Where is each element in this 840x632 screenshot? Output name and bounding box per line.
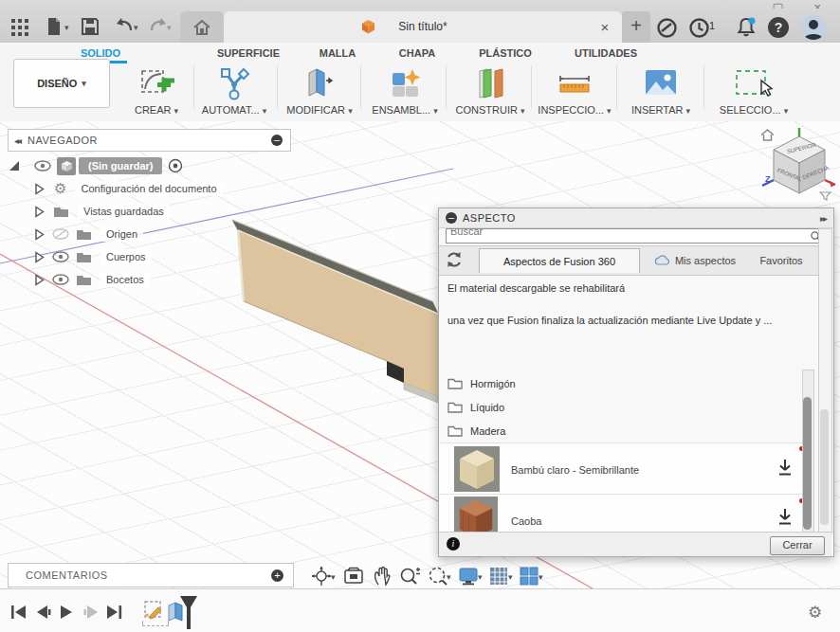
tree-root-row[interactable]: (Sin guardar) bbox=[8, 155, 183, 176]
download-icon[interactable] bbox=[776, 459, 794, 478]
viewports-caret[interactable]: ▾ bbox=[539, 572, 543, 582]
save-icon[interactable] bbox=[80, 16, 102, 39]
navigator-minimize-icon[interactable]: – bbox=[271, 135, 283, 146]
visibility-eye-icon[interactable] bbox=[34, 160, 51, 172]
close-dialog-button[interactable]: Cerrar bbox=[770, 536, 825, 555]
home-tab[interactable] bbox=[180, 11, 224, 43]
visibility-off-eye-icon[interactable] bbox=[52, 228, 69, 240]
group-automatizar[interactable]: AUTOMAT... ▾ bbox=[194, 63, 274, 116]
folder-row-madera[interactable]: Madera bbox=[447, 419, 505, 442]
group-modificar[interactable]: MODIFICAR ▾ bbox=[280, 63, 359, 116]
group-construir[interactable]: CONSTRUIR ▾ bbox=[450, 63, 530, 116]
list-scrollbar-thumb[interactable] bbox=[803, 397, 812, 530]
tree-item-sketches[interactable]: Bocetos bbox=[34, 269, 150, 290]
tab-fusion-aspects[interactable]: Aspectos de Fusion 360 bbox=[479, 248, 640, 273]
tab-plastico[interactable]: PLÁSTICO bbox=[476, 47, 535, 59]
viewports-icon[interactable] bbox=[519, 566, 539, 587]
aspect-minimize-icon[interactable]: – bbox=[446, 212, 457, 224]
undo-caret[interactable]: ▾ bbox=[134, 23, 138, 32]
tree-label[interactable]: Vistas guardadas bbox=[78, 204, 170, 219]
expander-icon[interactable] bbox=[34, 251, 45, 263]
tab-malla[interactable]: MALLA bbox=[313, 47, 362, 59]
navigator-header[interactable]: ◂◂ NAVEGADOR – bbox=[8, 129, 291, 152]
activate-target-icon[interactable] bbox=[168, 158, 183, 173]
visibility-eye-icon[interactable] bbox=[52, 251, 69, 262]
group-insertar[interactable]: INSERTAR ▾ bbox=[621, 63, 701, 116]
folder-row-hormigon[interactable]: Hormigón bbox=[447, 371, 516, 395]
close-tab-icon[interactable]: × bbox=[595, 18, 614, 37]
tab-favorites[interactable]: Favoritos bbox=[752, 248, 811, 272]
timeline-sketch-feature-icon[interactable] bbox=[143, 600, 166, 623]
zoom-tool-icon[interactable] bbox=[398, 566, 419, 587]
collapse-navigator-icon[interactable]: ◂◂ bbox=[14, 135, 20, 146]
tab-my-aspects[interactable]: Mis aspectos bbox=[642, 248, 748, 272]
group-ensamblar[interactable]: ENSAMBL... ▾ bbox=[365, 63, 445, 116]
tab-solido[interactable]: SOLIDO bbox=[72, 47, 129, 59]
panel-scrollbar-thumb[interactable] bbox=[820, 409, 829, 525]
viewport-3d[interactable]: ◂◂ NAVEGADOR – (Sin guardar) ⚙ Configura… bbox=[0, 121, 840, 588]
tree-item-doc-settings[interactable]: ⚙ Configuración del documento bbox=[34, 178, 223, 199]
fit-view-tool-icon[interactable] bbox=[427, 566, 447, 587]
app-grid-icon[interactable] bbox=[9, 16, 32, 39]
fit-caret[interactable]: ▾ bbox=[447, 572, 451, 582]
display-settings-icon[interactable] bbox=[458, 566, 479, 587]
panel-scrollbar-track[interactable] bbox=[818, 228, 832, 533]
tab-chapa[interactable]: CHAPA bbox=[393, 47, 442, 59]
play-icon[interactable] bbox=[59, 605, 74, 620]
aspect-header[interactable]: – ASPECTO ▸▸ bbox=[439, 208, 833, 228]
window-controls[interactable]: ▢ × bbox=[773, 0, 835, 9]
root-expander-icon[interactable] bbox=[8, 159, 21, 172]
group-seleccionar[interactable]: SELECCIO... ▾ bbox=[714, 63, 794, 116]
file-menu-caret[interactable]: ▾ bbox=[64, 23, 69, 32]
document-tab[interactable]: Sin título* × bbox=[224, 11, 622, 43]
orbit-tool-icon[interactable] bbox=[311, 566, 332, 587]
timeline-playhead[interactable] bbox=[178, 594, 199, 630]
go-to-start-icon[interactable] bbox=[9, 605, 27, 620]
new-tab-button[interactable]: + bbox=[622, 11, 650, 43]
tree-item-saved-views[interactable]: Vistas guardadas bbox=[34, 201, 170, 222]
step-forward-icon[interactable] bbox=[83, 605, 99, 620]
list-scrollbar-track[interactable] bbox=[802, 370, 814, 533]
grid-caret[interactable]: ▾ bbox=[508, 572, 513, 582]
redo-caret[interactable]: ▾ bbox=[167, 23, 172, 32]
orbit-caret[interactable]: ▾ bbox=[331, 572, 336, 582]
pan-tool-icon[interactable] bbox=[372, 566, 393, 587]
step-back-icon[interactable] bbox=[36, 605, 51, 620]
group-crear[interactable]: CREAR ▾ bbox=[117, 63, 196, 116]
expander-icon[interactable] bbox=[34, 206, 45, 218]
group-inspeccionar[interactable]: INSPECCIO... ▾ bbox=[535, 63, 614, 116]
help-icon[interactable]: ? bbox=[768, 17, 789, 38]
go-to-end-icon[interactable] bbox=[106, 605, 123, 620]
expander-icon[interactable] bbox=[34, 183, 45, 195]
display-caret[interactable]: ▾ bbox=[478, 572, 483, 582]
add-comment-icon[interactable]: + bbox=[271, 569, 283, 582]
look-at-tool-icon[interactable] bbox=[343, 566, 364, 587]
comments-bar[interactable]: COMENTARIOS + bbox=[8, 563, 294, 587]
search-input[interactable]: Buscar bbox=[446, 228, 827, 244]
tree-label[interactable]: Configuración del documento bbox=[75, 181, 222, 196]
aspect-dock-icon[interactable]: ▸▸ bbox=[820, 213, 826, 224]
expander-icon[interactable] bbox=[34, 274, 45, 286]
notifications-bell-icon[interactable] bbox=[735, 16, 758, 39]
viewcube-options-icon[interactable] bbox=[819, 191, 831, 201]
material-row-bamboo[interactable]: Bambú claro - Semibrillante bbox=[439, 442, 814, 495]
refresh-icon[interactable] bbox=[445, 250, 469, 271]
tab-superficie[interactable]: SUPERFICIE bbox=[210, 47, 286, 59]
viewcube-home-icon[interactable] bbox=[760, 129, 775, 141]
timeline-settings-gear-icon[interactable]: ⚙ bbox=[808, 603, 822, 623]
info-icon[interactable]: i bbox=[447, 537, 460, 551]
tree-label[interactable]: Cuerpos bbox=[100, 249, 152, 264]
extensions-icon[interactable] bbox=[656, 17, 679, 40]
grid-snap-icon[interactable] bbox=[488, 566, 509, 587]
tree-label[interactable]: Origen bbox=[100, 226, 143, 242]
folder-row-liquido[interactable]: Líquido bbox=[447, 395, 504, 419]
root-document-label[interactable]: (Sin guardar) bbox=[79, 157, 162, 174]
tree-label[interactable]: Bocetos bbox=[100, 272, 150, 287]
file-menu-icon[interactable] bbox=[44, 16, 66, 39]
download-icon[interactable] bbox=[776, 508, 794, 527]
expander-icon[interactable] bbox=[34, 228, 45, 241]
design-mode-button[interactable]: DISEÑO▾ bbox=[13, 59, 110, 108]
tree-item-origin[interactable]: Origen bbox=[34, 224, 143, 244]
user-avatar[interactable] bbox=[801, 15, 826, 40]
tab-utilidades[interactable]: UTILIDADES bbox=[573, 47, 639, 59]
